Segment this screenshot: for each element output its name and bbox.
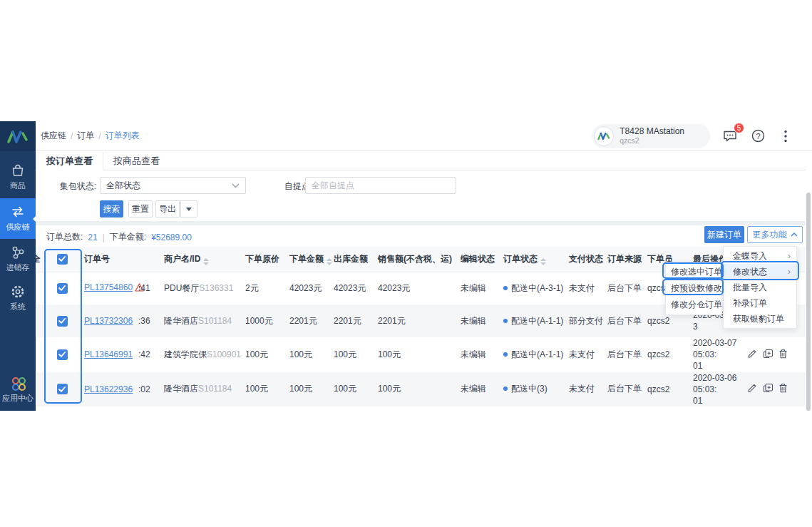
order-number-link[interactable]: PL13646991 (84, 349, 133, 359)
merchant-name: 建筑学院倮 (164, 349, 207, 359)
edit-icon[interactable] (747, 349, 758, 360)
sidebar-item-1[interactable]: 商品 (0, 157, 36, 198)
sidebar-item-4[interactable]: 系统 (0, 278, 36, 319)
breadcrumb-item[interactable]: 供应链 (41, 130, 66, 142)
menu-item[interactable]: 获取银豹订单 (724, 311, 796, 327)
menu-item[interactable]: 修改状态› (724, 264, 796, 280)
submenu-item[interactable]: 按预设数修改 (666, 280, 721, 297)
user-pill[interactable]: T8428 MAstation qzcs2 (592, 124, 710, 148)
view-tabs: 按订单查看按商品查看 (36, 152, 806, 170)
copy-order-icon[interactable] (763, 383, 774, 394)
row-checkbox[interactable] (57, 283, 68, 294)
sidebar-item-3[interactable]: 进销存 (0, 239, 36, 280)
table-row: PL13646991:42建筑学院倮S100901100元100元100元100… (36, 337, 806, 372)
row-checkbox[interactable] (57, 384, 68, 394)
menu-item[interactable]: 补录订单 (724, 295, 796, 311)
status-dot (503, 352, 508, 357)
cell-status: 配送中(3) (502, 372, 567, 407)
order-number-link[interactable]: PL13732306 (84, 316, 133, 326)
export-button[interactable]: 导出 (155, 200, 180, 218)
cell-order_amt: 42023元 (288, 272, 332, 305)
copy-order-icon[interactable] (763, 349, 774, 360)
orig_price-value: 100元 (245, 349, 268, 359)
topbar: 供应链/订单/订单列表 T8428 MAstation qzcs2 (36, 121, 812, 151)
submenu-item-label: 修改分仓订单 (671, 297, 722, 313)
order-summary: 订单总数: 21 | 下单金额: ¥52689.00 (46, 231, 192, 243)
sidebar-item-5[interactable]: 应用中心 (0, 369, 36, 410)
sort-icon[interactable] (203, 258, 209, 265)
col-header-partial: 全 (36, 247, 41, 272)
sort-icon[interactable] (540, 258, 546, 265)
order_amt-value: 42023元 (289, 283, 322, 293)
more-functions-label: 更多功能 (753, 229, 787, 241)
col-header-source: 订单来源 (606, 247, 646, 272)
submenu-item[interactable]: 修改选中订单 (666, 264, 721, 280)
col-header-merchant[interactable]: 商户名/ID (163, 247, 244, 272)
edit-value: 未编辑 (461, 349, 486, 359)
cell-actions (746, 337, 806, 372)
inventory-icon (10, 245, 26, 260)
modify-status-submenu: 修改选中订单按预设数修改修改分仓订单 (665, 262, 722, 315)
sales-value: 42023元 (378, 283, 410, 293)
row-checkbox[interactable] (57, 349, 68, 360)
breadcrumb-item[interactable]: 订单列表 (106, 130, 140, 142)
col-header-label: 订单号 (84, 254, 110, 264)
order-status-text: 配送中(A-1-1) (511, 349, 563, 359)
tab-2[interactable]: 按商品查看 (103, 152, 170, 170)
menu-item[interactable]: 批量导入 (724, 280, 796, 295)
messages-button[interactable]: 5 (722, 128, 738, 144)
menu-item[interactable]: 金蝶导入› (724, 248, 796, 264)
cell-order_amt: 2201元 (288, 305, 332, 337)
new-order-button[interactable]: 新建订单 (704, 226, 744, 243)
order-list-panel: 订单总数: 21 | 下单金额: ¥52689.00 全订单号商户名/ID下单原… (36, 225, 806, 411)
submenu-arrow-icon: › (788, 264, 791, 280)
edit-icon[interactable] (747, 383, 758, 394)
sidebar-item-2[interactable]: 供应链 (0, 198, 36, 239)
cell-operator: qzcs2 (646, 372, 692, 407)
reset-button[interactable]: 重置 (128, 200, 153, 218)
sidebar-item-label: 供应链 (0, 222, 36, 232)
submenu-item-label: 按预设数修改 (671, 280, 722, 297)
merchant-name: 隆华酒店 (164, 384, 198, 394)
cell-order_amt: 100元 (288, 337, 332, 372)
row-checkbox[interactable] (57, 316, 68, 327)
order-number-link[interactable]: PL13754860 (84, 282, 133, 292)
export-dropdown-button[interactable] (180, 200, 197, 218)
sidebar-item-label: 进销存 (0, 262, 36, 273)
cell-out_amt: 100元 (332, 337, 376, 372)
breadcrumb-item[interactable]: 订单 (77, 130, 94, 142)
sort-icon[interactable] (327, 258, 332, 265)
col-header-label: 支付状态 (569, 254, 603, 264)
merchant-id: S101184 (198, 316, 232, 326)
vertical-scrollbar[interactable] (806, 193, 811, 411)
user-meta: T8428 MAstation qzcs2 (620, 127, 684, 145)
sales-value: 100元 (378, 384, 401, 394)
gear-icon (10, 284, 26, 300)
package-status-select[interactable]: 全部状态 (100, 177, 246, 194)
out_amt-value: 100元 (334, 384, 356, 394)
col-header-order_amt[interactable]: 下单金额 (288, 247, 332, 272)
help-button[interactable]: ? (750, 128, 766, 144)
last-op-time-line2: 01 (693, 360, 744, 372)
tab-1[interactable]: 按订单查看 (36, 152, 103, 170)
sidebar-item-label: 系统 (0, 302, 36, 312)
select-all-checkbox[interactable] (57, 254, 68, 265)
merchant-id: S100901 (207, 349, 241, 359)
cell-orig_price: 2元 (244, 272, 288, 305)
cell-partial (36, 372, 41, 407)
source-value: 后台下单 (607, 349, 642, 359)
delete-icon[interactable] (778, 383, 789, 394)
kebab-menu-button[interactable] (778, 128, 793, 144)
cell-time: 2020-03-06 05:03:01 (692, 372, 746, 407)
search-button[interactable]: 搜索 (100, 200, 123, 218)
pickup-point-input[interactable]: 全部自提点 (305, 177, 456, 194)
cell-merchant: 隆华酒店S101184 (163, 372, 244, 407)
merchant-name: PDU餐厅 (164, 283, 199, 293)
submenu-item[interactable]: 修改分仓订单 (666, 297, 721, 313)
order-number-link[interactable]: PL13622936 (84, 384, 133, 394)
app-logo[interactable] (0, 121, 36, 151)
pickup-point-placeholder: 全部自提点 (312, 180, 354, 192)
more-functions-button[interactable]: 更多功能 (747, 226, 803, 243)
col-header-status[interactable]: 订单状态 (502, 247, 567, 272)
delete-icon[interactable] (778, 349, 789, 360)
